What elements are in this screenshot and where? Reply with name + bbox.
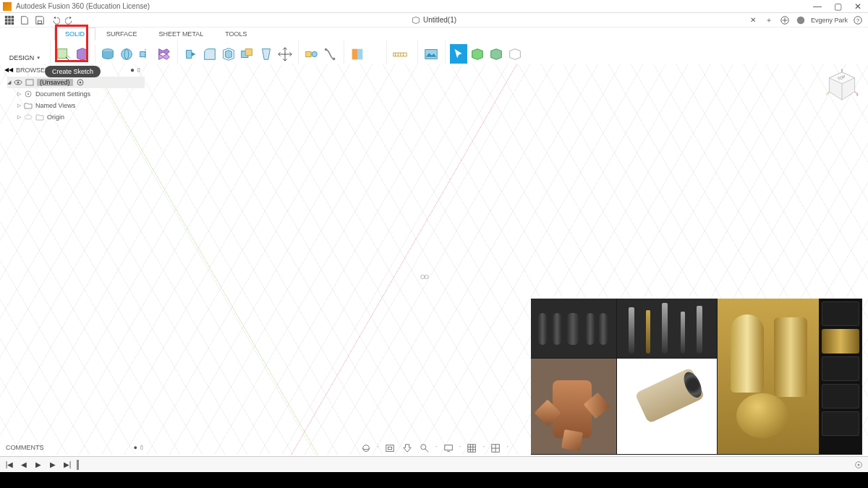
fillet-tool[interactable] (201, 44, 218, 64)
origin-folder-icon (35, 113, 44, 121)
shell-tool[interactable] (220, 44, 237, 64)
tree-root-name[interactable]: (Unsaved) (37, 79, 73, 86)
job-status-icon[interactable] (795, 14, 807, 26)
visibility-icon[interactable] (14, 78, 22, 87)
display-settings-icon[interactable] (442, 442, 455, 454)
extensions-icon[interactable] (779, 14, 791, 26)
move-tool[interactable] (276, 44, 294, 64)
browser-bullet-icon[interactable]: ● (130, 66, 135, 74)
select-box-tool[interactable] (469, 44, 486, 64)
svg-point-34 (17, 82, 20, 84)
close-button[interactable]: ✕ (848, 0, 868, 13)
comments-bullet-icon[interactable]: ● (134, 444, 137, 451)
zoom-icon[interactable] (418, 442, 431, 454)
svg-rect-8 (12, 22, 14, 25)
save-icon[interactable] (33, 14, 46, 27)
svg-point-37 (79, 82, 81, 84)
grid-settings-icon[interactable] (465, 442, 478, 454)
press-pull-tool[interactable] (182, 44, 200, 64)
expand-icon[interactable]: ▷ (17, 114, 21, 120)
combine-tool[interactable] (239, 44, 256, 64)
revolve-tool[interactable] (118, 44, 135, 64)
select-priority-tool[interactable] (488, 44, 505, 64)
tree-root[interactable]: ◢ (Unsaved) (7, 77, 145, 88)
new-tab-icon[interactable]: ＋ (763, 14, 775, 26)
user-name[interactable]: Evgeny Park (811, 17, 848, 24)
tree-item-doc-settings[interactable]: ▷ Document Settings (7, 88, 145, 100)
insert-tool[interactable] (422, 44, 440, 64)
ref-image-brass-cartridges (718, 299, 819, 454)
timeline-start-icon[interactable]: |◀ (4, 460, 14, 470)
create-sketch-tooltip: Create Sketch (45, 66, 101, 77)
orbit-icon[interactable] (359, 442, 373, 454)
svg-rect-46 (468, 445, 476, 453)
viewcube[interactable]: TOP z x (825, 69, 859, 103)
svg-point-40 (25, 115, 32, 119)
as-built-joint-tool[interactable] (322, 44, 339, 64)
viewport-layout-icon[interactable] (489, 442, 502, 454)
loft-tool[interactable] (156, 44, 173, 64)
svg-point-41 (363, 445, 370, 452)
expand-icon[interactable]: ◢ (7, 80, 11, 85)
svg-point-23 (325, 48, 328, 51)
visibility-off-icon[interactable] (24, 113, 33, 121)
tab-sheet-metal[interactable]: SHEET METAL (148, 27, 215, 40)
ref-image-sidebar-strips (820, 299, 861, 454)
svg-rect-42 (386, 445, 394, 452)
sweep-tool[interactable] (137, 44, 154, 64)
radio-icon[interactable] (76, 78, 85, 87)
tab-tools[interactable]: TOOLS (214, 27, 258, 40)
timeline-next-icon[interactable]: ▶ (48, 460, 58, 470)
file-menu-icon[interactable] (18, 14, 31, 27)
draft-tool[interactable] (258, 44, 275, 64)
create-form-tool[interactable] (74, 44, 91, 64)
tree-item-origin[interactable]: ▷ Origin (7, 111, 145, 123)
timeline-play-icon[interactable]: ▶ (33, 460, 43, 470)
expand-icon[interactable]: ▷ (17, 91, 21, 97)
extrude-tool[interactable] (99, 44, 116, 64)
svg-point-22 (312, 51, 317, 56)
document-tab[interactable]: Untitled(1) (412, 16, 456, 25)
reference-image-panel[interactable] (531, 299, 862, 455)
comments-panel-header[interactable]: COMMENTS ●▯ (6, 442, 143, 453)
browser-options-icon[interactable]: ▯ (137, 67, 140, 73)
comments-label: COMMENTS (6, 444, 44, 451)
select-filter-tool[interactable] (506, 44, 524, 64)
ref-image-lighters (531, 299, 616, 358)
svg-rect-18 (140, 51, 145, 56)
svg-rect-25 (352, 48, 357, 59)
folder-icon (24, 101, 33, 110)
tab-solid[interactable]: SOLID (54, 27, 95, 40)
look-at-icon[interactable] (383, 442, 396, 454)
timeline-end-icon[interactable]: ▶| (62, 460, 72, 470)
pan-icon[interactable] (401, 442, 414, 454)
minimize-button[interactable]: — (807, 0, 827, 13)
comments-options-icon[interactable]: ▯ (140, 445, 143, 450)
construct-plane-tool[interactable] (349, 44, 366, 64)
expand-icon[interactable]: ▷ (17, 103, 21, 108)
svg-point-30 (425, 275, 428, 278)
browser-collapse-icon[interactable]: ◀◀ (4, 67, 13, 73)
tree-item-named-views[interactable]: ▷ Named Views (7, 100, 145, 111)
tab-close-icon[interactable]: ✕ (747, 14, 759, 26)
timeline-prev-icon[interactable]: ◀ (19, 460, 29, 470)
app-title: Autodesk Fusion 360 (Education License) (16, 2, 150, 10)
svg-rect-9 (38, 20, 41, 23)
tab-surface[interactable]: SURFACE (95, 27, 148, 40)
joint-tool[interactable] (303, 44, 320, 64)
help-icon[interactable]: ? (852, 14, 864, 26)
timeline-track[interactable] (77, 464, 849, 466)
document-title: Untitled(1) (423, 16, 456, 24)
maximize-button[interactable]: ▢ (827, 0, 848, 13)
svg-rect-5 (12, 19, 14, 22)
redo-icon[interactable] (64, 14, 77, 27)
undo-icon[interactable] (48, 14, 61, 27)
measure-tool[interactable] (391, 44, 409, 64)
create-sketch-tool[interactable] (55, 44, 72, 64)
timeline-settings-icon[interactable] (854, 460, 864, 470)
select-tool[interactable] (450, 44, 467, 64)
tree-item-label: Document Settings (35, 90, 90, 98)
svg-text:x: x (856, 93, 859, 97)
svg-point-24 (333, 57, 336, 60)
app-menu-icon[interactable] (3, 14, 16, 27)
